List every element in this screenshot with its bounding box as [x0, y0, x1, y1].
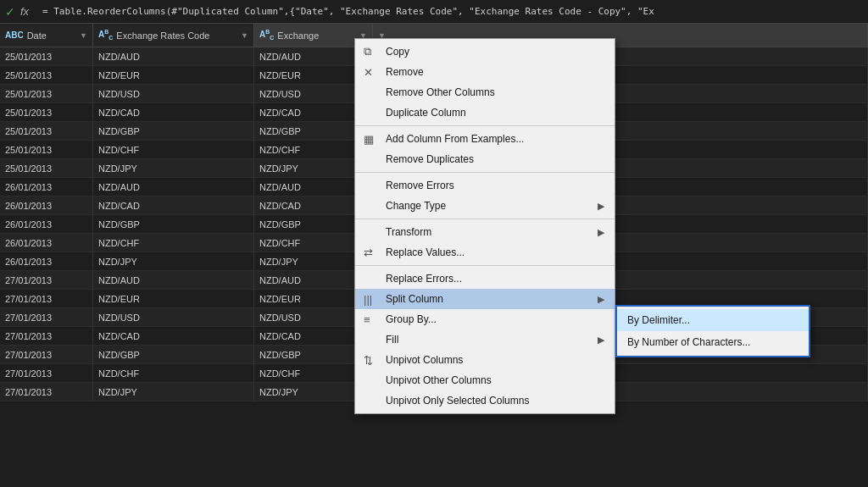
menu-item-fill[interactable]: Fill▶	[355, 329, 615, 350]
group-by-icon: ≡	[364, 313, 370, 326]
col-name-rates-code: Exchange Rates Code	[116, 30, 237, 41]
col-filter-date[interactable]: ▼	[80, 31, 87, 40]
cell-date: 27/01/2013	[0, 308, 93, 326]
cell-date: 25/01/2013	[0, 103, 93, 121]
split-column-submenu: By Delimiter...By Number of Characters..…	[615, 305, 810, 357]
menu-label-change-type: Change Type	[386, 200, 446, 212]
submenu-arrow-transform: ▶	[598, 227, 604, 238]
submenu-label-by-delimiter: By Delimiter...	[627, 314, 690, 326]
menu-label-fill: Fill	[386, 334, 398, 346]
menu-item-unpivot-cols[interactable]: ⇅Unpivot Columns	[355, 350, 615, 370]
cell-date: 26/01/2013	[0, 178, 93, 196]
col-name-exchange: Exchange	[277, 30, 356, 41]
menu-label-replace-errors: Replace Errors...	[386, 273, 462, 285]
cell-date: 26/01/2013	[0, 234, 93, 252]
menu-label-remove-errors: Remove Errors	[386, 180, 454, 191]
cell-date: 27/01/2013	[0, 364, 93, 382]
submenu-item-by-num-chars[interactable]: By Number of Characters...	[617, 331, 809, 353]
col-icon-rates-code: ABC	[98, 29, 113, 41]
cell-date: 25/01/2013	[0, 66, 93, 84]
col-icon-exchange: ABC	[259, 29, 274, 41]
menu-label-remove-duplicates: Remove Duplicates	[386, 153, 474, 165]
cell-date: 25/01/2013	[0, 122, 93, 140]
formula-bar: ✓ fx = Table.ReorderColumns(#"Duplicated…	[0, 0, 868, 24]
cell-date: 25/01/2013	[0, 141, 93, 158]
menu-item-remove-errors[interactable]: Remove Errors	[355, 175, 615, 196]
cell-rates-code: NZD/CAD	[93, 196, 254, 214]
cell-date: 27/01/2013	[0, 346, 93, 363]
cell-rates-code: NZD/GBP	[93, 215, 254, 233]
submenu-item-by-delimiter[interactable]: By Delimiter...	[617, 309, 809, 331]
menu-separator	[355, 219, 615, 219]
cell-date: 26/01/2013	[0, 196, 93, 214]
submenu-arrow-fill: ▶	[598, 335, 604, 346]
formula-fx-label: fx	[20, 5, 37, 18]
col-header-date[interactable]: ABC Date ▼	[0, 24, 93, 47]
cell-rates-code: NZD/CHF	[93, 234, 254, 252]
cell-date: 25/01/2013	[0, 85, 93, 102]
menu-item-replace-errors[interactable]: Replace Errors...	[355, 268, 615, 289]
menu-item-unpivot-other-cols[interactable]: Unpivot Other Columns	[355, 370, 615, 390]
cell-date: 26/01/2013	[0, 252, 93, 270]
col-icon-date: ABC	[5, 30, 24, 40]
menu-item-change-type[interactable]: Change Type▶	[355, 196, 615, 216]
cell-date: 27/01/2013	[0, 271, 93, 289]
cell-rates-code: NZD/CAD	[93, 327, 254, 345]
col-header-rates-code[interactable]: ABC Exchange Rates Code ▼	[93, 24, 254, 47]
submenu-label-by-num-chars: By Number of Characters...	[627, 336, 750, 348]
split-column-icon: |||	[364, 293, 372, 306]
menu-separator	[355, 125, 615, 126]
submenu-arrow-change-type: ▶	[598, 201, 604, 212]
cell-rates-code: NZD/CHF	[93, 364, 254, 382]
menu-item-split-column[interactable]: |||Split Column▶	[355, 289, 615, 309]
context-menu: ⧉Copy✕RemoveRemove Other ColumnsDuplicat…	[354, 38, 615, 414]
menu-label-duplicate-col: Duplicate Column	[386, 107, 466, 119]
menu-item-add-col-examples[interactable]: ▦Add Column From Examples...	[355, 129, 615, 149]
replace-values-icon: ⇄	[364, 246, 373, 259]
cell-rates-code: NZD/EUR	[93, 290, 254, 307]
cell-rates-code: NZD/CHF	[93, 141, 254, 158]
cell-rates-code: NZD/CAD	[93, 103, 254, 121]
menu-label-group-by: Group By...	[386, 313, 437, 325]
cell-rates-code: NZD/EUR	[93, 66, 254, 84]
cell-date: 27/01/2013	[0, 383, 93, 401]
menu-item-duplicate-col[interactable]: Duplicate Column	[355, 102, 615, 123]
formula-checkmark[interactable]: ✓	[5, 5, 15, 19]
menu-item-remove-other-cols[interactable]: Remove Other Columns	[355, 82, 615, 102]
menu-item-copy[interactable]: ⧉Copy	[355, 42, 615, 62]
menu-label-unpivot-selected-cols: Unpivot Only Selected Columns	[386, 395, 529, 407]
menu-separator	[355, 172, 615, 173]
cell-rates-code: NZD/GBP	[93, 346, 254, 363]
menu-label-unpivot-cols: Unpivot Columns	[386, 354, 463, 366]
add-col-examples-icon: ▦	[364, 133, 374, 146]
col-filter-rates-code[interactable]: ▼	[241, 31, 248, 40]
remove-icon: ✕	[364, 66, 373, 79]
submenu-arrow-split-column: ▶	[598, 294, 604, 305]
menu-item-transform[interactable]: Transform▶	[355, 222, 615, 242]
unpivot-cols-icon: ⇅	[364, 354, 373, 367]
menu-item-remove-duplicates[interactable]: Remove Duplicates	[355, 149, 615, 169]
menu-label-remove: Remove	[386, 66, 424, 78]
menu-item-unpivot-selected-cols[interactable]: Unpivot Only Selected Columns	[355, 390, 615, 411]
menu-label-copy: Copy	[386, 46, 409, 58]
cell-rates-code: NZD/AUD	[93, 178, 254, 196]
cell-rates-code: NZD/USD	[93, 308, 254, 326]
cell-date: 25/01/2013	[0, 159, 93, 177]
cell-date: 25/01/2013	[0, 47, 93, 65]
menu-label-add-col-examples: Add Column From Examples...	[386, 133, 524, 145]
menu-item-remove[interactable]: ✕Remove	[355, 62, 615, 82]
menu-label-split-column: Split Column	[386, 293, 443, 305]
menu-item-replace-values[interactable]: ⇄Replace Values...	[355, 242, 615, 263]
cell-rates-code: NZD/GBP	[93, 122, 254, 140]
col-name-date: Date	[27, 30, 76, 41]
cell-rates-code: NZD/AUD	[93, 47, 254, 65]
cell-rates-code: NZD/JPY	[93, 159, 254, 177]
cell-date: 27/01/2013	[0, 327, 93, 345]
menu-label-unpivot-other-cols: Unpivot Other Columns	[386, 374, 492, 386]
menu-item-group-by[interactable]: ≡Group By...	[355, 309, 615, 329]
cell-rates-code: NZD/JPY	[93, 383, 254, 401]
copy-icon: ⧉	[364, 45, 371, 58]
cell-date: 26/01/2013	[0, 215, 93, 233]
cell-rates-code: NZD/USD	[93, 85, 254, 102]
menu-label-transform: Transform	[386, 226, 431, 238]
